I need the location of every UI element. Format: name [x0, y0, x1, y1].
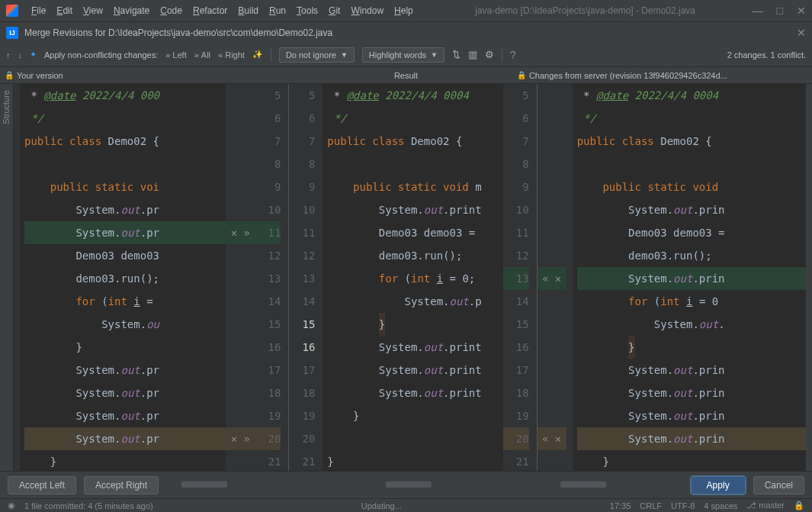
close-dialog-icon[interactable]: ✕ — [797, 27, 806, 39]
apply-all-button[interactable]: » All — [194, 50, 210, 60]
menu-view[interactable]: View — [78, 2, 108, 19]
help-icon[interactable]: ? — [510, 49, 516, 61]
line-separator[interactable]: CRLF — [640, 501, 662, 510]
code-line[interactable]: System.ou — [24, 313, 226, 336]
code-line[interactable]: public static voi — [24, 175, 226, 198]
code-line[interactable]: public static void m — [327, 175, 502, 198]
menu-run[interactable]: Run — [264, 2, 291, 19]
magic-wand-icon[interactable]: ✨ — [252, 50, 263, 60]
code-line[interactable]: System.out.prin — [577, 359, 806, 382]
cursor-position[interactable]: 17:35 — [610, 501, 631, 510]
menu-navigate[interactable]: Navigate — [108, 2, 155, 19]
code-line[interactable]: for (int i = 0; — [327, 267, 502, 290]
file-encoding[interactable]: UTF-8 — [671, 501, 695, 510]
code-line[interactable]: * @date 2022/4/4 0004 — [577, 84, 806, 107]
left-code[interactable]: * @date 2022/4/4 000 */public class Demo… — [20, 84, 226, 472]
menu-refactor[interactable]: Refactor — [188, 2, 233, 19]
code-line[interactable]: } — [577, 336, 806, 359]
code-line[interactable] — [24, 153, 226, 175]
lock-status-icon[interactable]: 🔒 — [794, 501, 804, 510]
code-line[interactable] — [577, 153, 806, 175]
menu-tools[interactable]: Tools — [291, 2, 323, 19]
code-line[interactable]: System.out.print — [327, 382, 502, 404]
code-line[interactable]: System.out.print — [327, 198, 502, 221]
code-line[interactable]: System.out.prin — [577, 427, 806, 450]
ignore-dropdown[interactable]: Do not ignore▼ — [279, 47, 355, 63]
code-line[interactable] — [327, 153, 502, 175]
code-line[interactable]: System.out.prin — [577, 382, 806, 404]
code-line[interactable]: */ — [577, 107, 806, 130]
code-line[interactable]: System.out.print — [327, 336, 502, 359]
gutter-action[interactable]: « ✕ — [538, 267, 566, 290]
collapse-unchanged-icon[interactable]: ⇅ — [452, 49, 461, 60]
code-line[interactable]: for (int i = — [24, 290, 226, 313]
right-code[interactable]: * @date 2022/4/4 0004 */public class Dem… — [573, 84, 806, 472]
git-branch[interactable]: ⎇ master — [746, 501, 785, 510]
code-line[interactable]: System.out.prin — [577, 198, 806, 221]
minimize-icon[interactable]: — — [753, 5, 763, 17]
code-line[interactable]: System.out.pr — [24, 404, 226, 427]
code-line[interactable]: } — [24, 450, 226, 472]
code-line[interactable]: */ — [327, 107, 502, 130]
accept-left-button[interactable]: Accept Left — [8, 476, 76, 494]
menu-git[interactable]: Git — [323, 2, 345, 19]
magic-resolve-icon[interactable]: ✦ — [30, 50, 37, 60]
accept-right-button[interactable]: Accept Right — [84, 476, 159, 494]
code-line[interactable]: public class Demo02 { — [24, 130, 226, 153]
code-line[interactable]: demo03.run(); — [577, 244, 806, 267]
code-line[interactable]: } — [24, 336, 226, 359]
code-line[interactable]: System.out.pr — [24, 198, 226, 221]
settings-gear-icon[interactable]: ⚙ — [485, 49, 494, 60]
menu-edit[interactable]: Edit — [51, 2, 78, 19]
code-line[interactable]: Demo03 demo03 — [24, 244, 226, 267]
commit-status[interactable]: 1 file committed: 4 (5 minutes ago) — [24, 501, 153, 510]
code-line[interactable]: } — [577, 450, 806, 472]
code-line[interactable]: System.out.pr — [24, 359, 226, 382]
center-code[interactable]: * @date 2022/4/4 0004 */public class Dem… — [323, 84, 502, 472]
code-line[interactable]: public static void — [577, 175, 806, 198]
indent-setting[interactable]: 4 spaces — [704, 501, 737, 510]
code-line[interactable]: System.out. — [577, 313, 806, 336]
horizontal-scrollbar[interactable] — [181, 481, 668, 489]
prev-change-icon[interactable]: ↑ — [6, 50, 11, 60]
code-line[interactable]: System.out.pr — [24, 221, 226, 244]
code-line[interactable] — [327, 427, 502, 450]
right-scrollbar[interactable] — [806, 84, 812, 472]
menu-file[interactable]: File — [26, 2, 51, 19]
maximize-icon[interactable]: □ — [777, 5, 783, 17]
vcs-status-icon[interactable]: ◉ — [8, 501, 15, 510]
code-line[interactable]: System.out.pr — [24, 382, 226, 404]
code-line[interactable]: System.out.pr — [24, 427, 226, 450]
apply-right-button[interactable]: « Right — [218, 50, 245, 60]
code-line[interactable]: * @date 2022/4/4 0004 — [327, 84, 502, 107]
code-line[interactable]: public class Demo02 { — [327, 130, 502, 153]
sync-scroll-icon[interactable]: ▥ — [468, 49, 477, 60]
gutter-action[interactable]: « ✕ — [538, 427, 566, 450]
code-line[interactable]: for (int i = 0 — [577, 290, 806, 313]
code-line[interactable]: System.out.prin — [577, 404, 806, 427]
gutter-action[interactable]: ✕ » — [226, 221, 255, 244]
code-line[interactable]: } — [327, 450, 502, 472]
code-line[interactable]: demo03.run(); — [24, 267, 226, 290]
code-line[interactable]: System.out.print — [327, 359, 502, 382]
menu-build[interactable]: Build — [233, 2, 264, 19]
highlight-dropdown[interactable]: Highlight words▼ — [362, 47, 445, 63]
code-line[interactable]: } — [327, 313, 502, 336]
code-line[interactable]: */ — [24, 107, 226, 130]
gutter-action[interactable]: ✕ » — [226, 427, 255, 450]
code-line[interactable]: demo03.run(); — [327, 244, 502, 267]
next-change-icon[interactable]: ↓ — [18, 50, 23, 60]
sidebar-tab-structure[interactable]: Structure — [0, 84, 12, 130]
close-window-icon[interactable]: ✕ — [797, 5, 806, 17]
code-line[interactable]: System.out.prin — [577, 267, 806, 290]
cancel-button[interactable]: Cancel — [753, 476, 804, 494]
code-line[interactable]: Demo03 demo03 = — [327, 221, 502, 244]
code-line[interactable]: Demo03 demo03 = — [577, 221, 806, 244]
code-line[interactable]: } — [327, 404, 502, 427]
apply-button[interactable]: Apply — [691, 476, 746, 494]
menu-window[interactable]: Window — [345, 2, 389, 19]
code-line[interactable]: public class Demo02 { — [577, 130, 806, 153]
apply-left-button[interactable]: » Left — [165, 50, 186, 60]
menu-code[interactable]: Code — [155, 2, 188, 19]
menu-help[interactable]: Help — [389, 2, 419, 19]
